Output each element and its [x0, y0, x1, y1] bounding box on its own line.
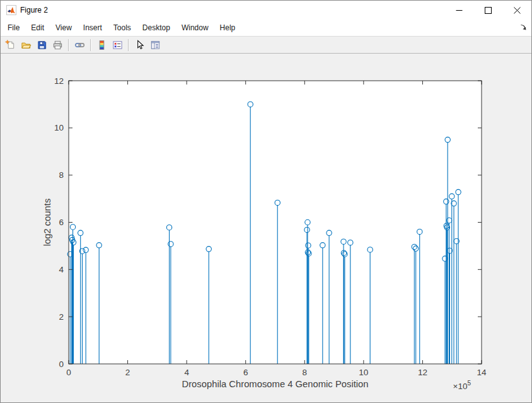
x-axis-exponent-label: ×105 — [453, 380, 471, 391]
maximize-button[interactable] — [473, 1, 502, 20]
figure-canvas[interactable]: 02468101214024681012Drosophila Chromosom… — [1, 54, 532, 403]
open-folder-icon — [21, 40, 32, 50]
dock-figure-icon[interactable] — [519, 23, 528, 32]
toolbar-separator — [68, 39, 69, 51]
x-tick-label: 2 — [125, 368, 130, 377]
link-icon — [74, 40, 85, 50]
y-axis-label: log2 counts — [42, 199, 52, 247]
menu-item-window[interactable]: Window — [176, 20, 214, 35]
save-figure-button[interactable] — [35, 38, 49, 52]
edit-plot-button[interactable] — [132, 38, 147, 52]
maximize-icon — [485, 7, 491, 13]
menu-item-desktop[interactable]: Desktop — [137, 20, 176, 35]
save-icon — [37, 40, 47, 50]
x-tick-label: 14 — [477, 368, 487, 377]
insert-legend-button[interactable] — [110, 38, 125, 52]
y-tick-label: 12 — [54, 76, 64, 86]
close-button[interactable] — [502, 1, 531, 20]
legend-icon — [112, 40, 123, 50]
toolbar-separator — [90, 39, 91, 51]
toolbar-separator — [128, 39, 129, 51]
matlab-logo-icon — [6, 5, 16, 15]
x-tick-label: 6 — [243, 368, 248, 377]
titlebar: Figure 2 — [1, 1, 531, 20]
menu-item-help[interactable]: Help — [214, 20, 241, 35]
menu-item-tools[interactable]: Tools — [108, 20, 137, 35]
x-tick-label: 12 — [418, 368, 427, 377]
minimize-button[interactable] — [444, 1, 473, 20]
print-figure-button[interactable] — [50, 38, 65, 52]
figure-canvas-area: 02468101214024681012Drosophila Chromosom… — [1, 54, 532, 403]
menubar: FileEditViewInsertToolsDesktopWindowHelp — [1, 20, 531, 36]
window-title: Figure 2 — [20, 1, 48, 20]
x-tick-label: 4 — [184, 368, 189, 377]
x-tick-label: 0 — [66, 368, 71, 377]
y-tick-label: 10 — [54, 123, 64, 132]
x-tick-label: 8 — [303, 368, 308, 377]
property-editor-icon — [150, 40, 161, 50]
y-tick-label: 6 — [59, 218, 64, 227]
edit-plot-icon — [134, 40, 145, 50]
figure-toolbar — [1, 36, 531, 54]
menu-item-view[interactable]: View — [50, 20, 78, 35]
x-axis-label: Drosophila Chromosome 4 Genomic Position — [182, 379, 368, 389]
y-tick-label: 0 — [59, 359, 64, 369]
window-controls — [444, 1, 531, 20]
y-tick-label: 8 — [59, 170, 64, 180]
menu-item-edit[interactable]: Edit — [25, 20, 50, 35]
open-file-button[interactable] — [19, 38, 33, 52]
colorbar-icon — [96, 40, 107, 50]
menu-item-insert[interactable]: Insert — [78, 20, 108, 35]
new-figure-button[interactable] — [3, 38, 18, 52]
property-editor-button[interactable] — [148, 38, 163, 52]
link-plot-button[interactable] — [72, 38, 87, 52]
print-icon — [52, 40, 63, 50]
menu-item-file[interactable]: File — [2, 20, 25, 35]
new-document-icon — [5, 40, 16, 50]
y-tick-label: 4 — [59, 265, 64, 274]
close-icon — [514, 7, 520, 13]
y-tick-label: 2 — [59, 312, 64, 322]
x-tick-label: 10 — [359, 368, 368, 377]
insert-colorbar-button[interactable] — [95, 38, 109, 52]
figure-window: Figure 2 FileEditViewInsertToolsDesktopW… — [0, 0, 532, 403]
